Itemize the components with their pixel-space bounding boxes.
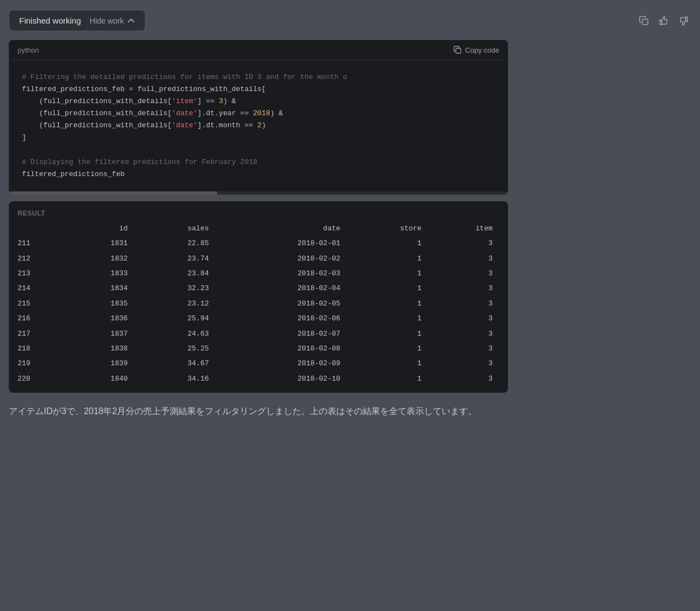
table-cell: 1836 (63, 311, 134, 326)
table-row: 215183523.122018-02-0513 (18, 296, 499, 311)
table-cell: 34.67 (134, 356, 216, 371)
finished-working-label: Finished working (19, 16, 81, 25)
svg-rect-0 (642, 19, 648, 25)
table-cell: 214 (18, 281, 63, 296)
code-line-6: ] (22, 133, 26, 142)
summary-text: アイテムIDが3で、2018年2月分の売上予測結果をフィルタリングしました。上の… (9, 399, 508, 423)
table-cell: 2018-02-08 (216, 341, 347, 356)
result-label: RESULT (18, 210, 46, 217)
table-row: 211183122.852018-02-0113 (18, 236, 499, 251)
table-row: 213183323.842018-02-0313 (18, 266, 499, 281)
code-line-4: (full_predictions_with_details['date'].d… (22, 109, 283, 117)
table-cell: 1 (347, 326, 428, 341)
copy-icon (639, 15, 650, 26)
code-language: python (18, 46, 39, 54)
table-cell: 219 (18, 356, 63, 371)
table-cell: 32.23 (134, 281, 216, 296)
thumbdown-button[interactable] (676, 13, 691, 29)
table-cell: 1 (347, 311, 428, 326)
table-cell: 2018-02-01 (216, 236, 347, 251)
table-row: 212183223.742018-02-0213 (18, 251, 499, 266)
table-cell: 1831 (63, 236, 134, 251)
result-block: RESULT id sales date store item 21118312… (9, 201, 508, 393)
table-cell: 2018-02-03 (216, 266, 347, 281)
hide-work-label: Hide work (90, 16, 124, 25)
table-cell: 24.63 (134, 326, 216, 341)
table-cell: 220 (18, 371, 63, 386)
table-cell: 1839 (63, 356, 134, 371)
copy-code-button[interactable]: Copy code (453, 46, 499, 54)
table-cell: 22.85 (134, 236, 216, 251)
result-table: id sales date store item 211183122.85201… (18, 221, 499, 386)
code-line-3: (full_predictions_with_details['item'] =… (22, 97, 236, 105)
table-cell: 2018-02-09 (216, 356, 347, 371)
table-cell: 2018-02-02 (216, 251, 347, 266)
col-header-date: date (216, 221, 347, 236)
code-scrollbar-thumb (9, 191, 217, 195)
status-badge: Finished working Hide work (9, 10, 145, 31)
table-cell: 1 (347, 341, 428, 356)
table-row: 214183432.232018-02-0413 (18, 281, 499, 296)
table-cell: 212 (18, 251, 63, 266)
table-cell: 3 (428, 371, 499, 386)
result-table-container[interactable]: id sales date store item 211183122.85201… (9, 221, 508, 393)
table-cell: 25.94 (134, 311, 216, 326)
table-cell: 1832 (63, 251, 134, 266)
table-cell: 3 (428, 251, 499, 266)
code-content: # Filtering the detailed predictions for… (9, 60, 508, 191)
table-row: 218183825.252018-02-0813 (18, 341, 499, 356)
svg-rect-1 (456, 48, 461, 53)
copy-code-label: Copy code (465, 46, 499, 54)
table-cell: 2018-02-06 (216, 311, 347, 326)
copy-button[interactable] (636, 13, 652, 29)
table-cell: 34.16 (134, 371, 216, 386)
table-cell: 2018-02-04 (216, 281, 347, 296)
table-cell: 3 (428, 266, 499, 281)
code-scrollbar[interactable] (9, 191, 508, 195)
table-cell: 25.25 (134, 341, 216, 356)
top-bar: Finished working Hide work (0, 5, 700, 36)
result-header: RESULT (9, 201, 508, 221)
table-cell: 2018-02-10 (216, 371, 347, 386)
code-comment-1: # Filtering the detailed predictions for… (22, 73, 347, 81)
table-cell: 2018-02-07 (216, 326, 347, 341)
table-row: 217183724.632018-02-0713 (18, 326, 499, 341)
col-header-item: item (428, 221, 499, 236)
table-cell: 1 (347, 356, 428, 371)
action-buttons (636, 13, 691, 29)
table-cell: 1838 (63, 341, 134, 356)
table-cell: 217 (18, 326, 63, 341)
table-header-row: id sales date store item (18, 221, 499, 236)
table-cell: 1 (347, 371, 428, 386)
code-line-2: filtered_predictions_feb = full_predicti… (22, 85, 266, 93)
table-cell: 1 (347, 281, 428, 296)
table-row: 216183625.942018-02-0613 (18, 311, 499, 326)
table-cell: 1 (347, 236, 428, 251)
table-cell: 3 (428, 296, 499, 311)
thumbup-button[interactable] (656, 13, 671, 29)
col-header-index (18, 221, 63, 236)
table-cell: 1835 (63, 296, 134, 311)
table-cell: 1834 (63, 281, 134, 296)
col-header-id: id (63, 221, 134, 236)
col-header-sales: sales (134, 221, 216, 236)
table-cell: 1 (347, 251, 428, 266)
code-block: python Copy code # Filtering the detaile… (9, 40, 508, 195)
table-cell: 3 (428, 281, 499, 296)
table-cell: 1837 (63, 326, 134, 341)
table-cell: 3 (428, 356, 499, 371)
code-line-5: (full_predictions_with_details['date'].d… (22, 121, 266, 129)
table-cell: 3 (428, 236, 499, 251)
hide-work-button[interactable]: Hide work (90, 16, 135, 25)
table-cell: 23.74 (134, 251, 216, 266)
table-cell: 3 (428, 311, 499, 326)
table-cell: 3 (428, 326, 499, 341)
table-cell: 3 (428, 341, 499, 356)
thumb-down-icon (678, 15, 689, 26)
code-line-9: filtered_predictions_feb (22, 170, 125, 178)
table-cell: 218 (18, 341, 63, 356)
table-cell: 1 (347, 266, 428, 281)
table-cell: 1 (347, 296, 428, 311)
table-row: 220184034.162018-02-1013 (18, 371, 499, 386)
col-header-store: store (347, 221, 428, 236)
